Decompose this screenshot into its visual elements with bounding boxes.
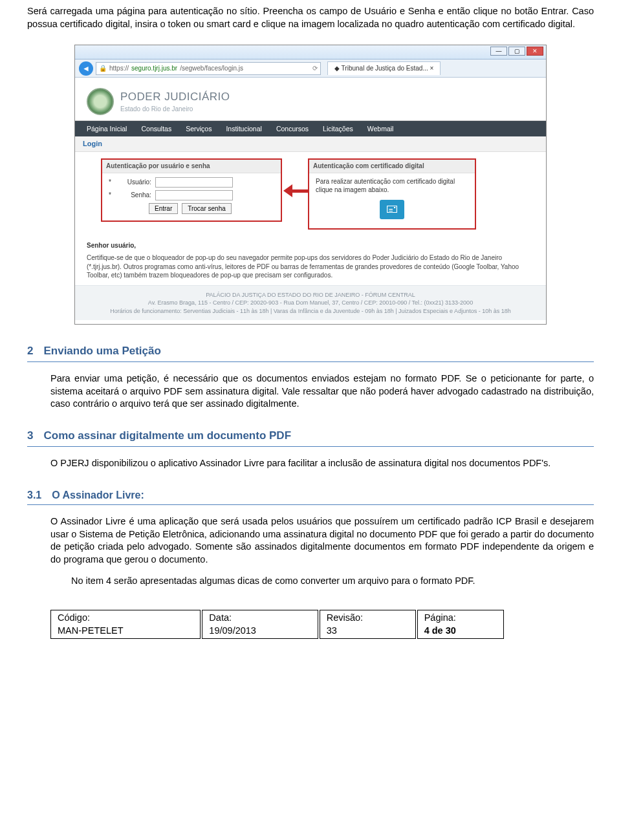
section-2-heading: 2 Enviando uma Petição	[27, 343, 594, 362]
trocar-senha-button[interactable]: Trocar senha	[182, 203, 232, 214]
menu-item[interactable]: Página Inicial	[87, 124, 127, 133]
section-3-1-title: O Assinador Livre:	[52, 488, 144, 502]
section-3-body: O PJERJ disponibilizou o aplicativo Assi…	[50, 457, 594, 470]
url-host: seguro.tjrj.jus.br	[131, 64, 177, 73]
codigo-value: MAN-PETELET	[58, 625, 193, 638]
refresh-icon[interactable]: ⟳	[312, 64, 318, 73]
login-label: Login	[75, 136, 546, 152]
section-3-text: O PJERJ disponibilizou o aplicativo Assi…	[50, 457, 594, 470]
login-screenshot: — ▢ ✕ ◄ 🔒 https://seguro.tjrj.jus.br/seg…	[74, 45, 547, 325]
entrar-button[interactable]: Entrar	[149, 203, 178, 214]
cert-instruction: Para realizar autenticação com certifica…	[316, 177, 468, 195]
cell-revisao: Revisão: 33	[319, 610, 417, 638]
popup-notice: Senhor usuário, Certifique-se de que o b…	[75, 236, 546, 285]
section-3-1-text: O Assinador Livre é uma aplicação que se…	[50, 515, 594, 566]
auth-cert-box: Autenticação com certificado digital Par…	[308, 158, 476, 230]
box-heading-right: Autenticação com certificado digital	[309, 160, 475, 173]
doc-footer-table: Código: MAN-PETELET Data: 19/09/2013 Rev…	[50, 610, 504, 639]
tab-close-icon[interactable]: ×	[428, 65, 434, 72]
revisao-value: 33	[327, 625, 409, 638]
cell-codigo: Código: MAN-PETELET	[51, 610, 202, 638]
section-3-heading: 3 Como assinar digitalmente um documento…	[27, 427, 594, 447]
menu-item[interactable]: Licitações	[323, 124, 353, 133]
revisao-label: Revisão:	[327, 612, 363, 623]
cell-pagina: Página: 4 de 30	[417, 610, 504, 638]
required-mark: *	[109, 178, 111, 187]
auth-row: Autenticação por usuário e senha * Usuár…	[75, 152, 546, 236]
back-button[interactable]: ◄	[79, 61, 93, 76]
url-field[interactable]: 🔒 https://seguro.tjrj.jus.br/segweb/face…	[96, 62, 321, 75]
address-bar: ◄ 🔒 https://seguro.tjrj.jus.br/segweb/fa…	[75, 59, 546, 78]
site-header: PODER JUDICIÁRIO Estado do Rio de Janeir…	[75, 84, 546, 121]
seal-icon	[87, 88, 114, 115]
section-2-title: Enviando uma Petição	[43, 344, 160, 359]
url-scheme: https://	[109, 64, 129, 73]
lock-icon: 🔒	[99, 64, 107, 73]
intro-text: Será carregada uma página para autentica…	[27, 5, 594, 30]
section-2-body: Para enviar uma petição, é necessário qu…	[50, 372, 594, 411]
section-3-number: 3	[27, 429, 33, 444]
close-button[interactable]: ✕	[527, 47, 543, 56]
senha-input[interactable]	[155, 190, 233, 200]
section-3-1-text-2: No item 4 serão apresentadas algumas dic…	[71, 575, 594, 588]
pagina-label: Página:	[424, 612, 456, 623]
menu-item[interactable]: Serviços	[186, 124, 212, 133]
url-path: /segweb/faces/login.js	[180, 64, 243, 73]
section-3-1-body-2: No item 4 serão apresentadas algumas dic…	[71, 575, 594, 588]
usuario-input[interactable]	[155, 177, 233, 188]
data-label: Data:	[209, 612, 232, 623]
label-senha: Senha:	[115, 191, 151, 200]
footer-line-1: PALÁCIO DA JUSTIÇA DO ESTADO DO RIO DE J…	[83, 291, 538, 299]
site-subtitle: Estado do Rio de Janeiro	[120, 105, 230, 114]
box-heading-left: Autenticação por usuário e senha	[102, 160, 281, 173]
notice-greeting: Senhor usuário,	[87, 241, 534, 250]
notice-message: Certifique-se de que o bloqueador de pop…	[87, 253, 534, 280]
minimize-button[interactable]: —	[490, 47, 507, 56]
site-title: PODER JUDICIÁRIO	[120, 90, 230, 105]
tab-title: Tribunal de Justiça do Estad...	[342, 65, 428, 72]
footer-line-3: Horários de funcionamento: Serventias Ju…	[83, 307, 538, 316]
label-usuario: Usuário:	[115, 178, 151, 187]
maximize-button[interactable]: ▢	[508, 47, 525, 56]
section-2-text: Para enviar uma petição, é necessário qu…	[50, 372, 594, 411]
main-menu: Página Inicial Consultas Serviços Instit…	[75, 121, 546, 136]
site-footer: PALÁCIO DA JUSTIÇA DO ESTADO DO RIO DE J…	[75, 285, 546, 321]
menu-item[interactable]: Concursos	[276, 124, 309, 133]
section-2-number: 2	[27, 344, 33, 359]
window-titlebar: — ▢ ✕	[75, 45, 546, 59]
pagina-value: 4 de 30	[424, 625, 497, 638]
auth-userpass-box: Autenticação por usuário e senha * Usuár…	[101, 158, 282, 222]
data-value: 19/09/2013	[209, 625, 310, 638]
section-3-1-heading: 3.1 O Assinador Livre:	[27, 487, 594, 506]
codigo-label: Código:	[58, 612, 90, 623]
site-title-block: PODER JUDICIÁRIO Estado do Rio de Janeir…	[120, 90, 230, 113]
section-3-1-number: 3.1	[27, 488, 41, 502]
tab-favicon: ◆	[334, 65, 342, 72]
certificate-icon[interactable]: 🖃	[380, 200, 404, 219]
page-content: PODER JUDICIÁRIO Estado do Rio de Janeir…	[75, 78, 546, 324]
menu-item[interactable]: Webmail	[367, 124, 394, 133]
menu-item[interactable]: Consultas	[141, 124, 171, 133]
menu-item[interactable]: Institucional	[226, 124, 261, 133]
footer-line-2: Av. Erasmo Braga, 115 - Centro / CEP: 20…	[83, 299, 538, 307]
intro-paragraph: Será carregada uma página para autentica…	[27, 5, 594, 30]
section-3-title: Como assinar digitalmente um documento P…	[43, 429, 291, 444]
browser-tab[interactable]: ◆ Tribunal de Justiça do Estad... ×	[327, 61, 441, 75]
window-controls: — ▢ ✕	[490, 47, 543, 56]
required-mark: *	[109, 191, 111, 200]
cell-data: Data: 19/09/2013	[201, 610, 318, 638]
section-3-1-body: O Assinador Livre é uma aplicação que se…	[50, 515, 594, 566]
